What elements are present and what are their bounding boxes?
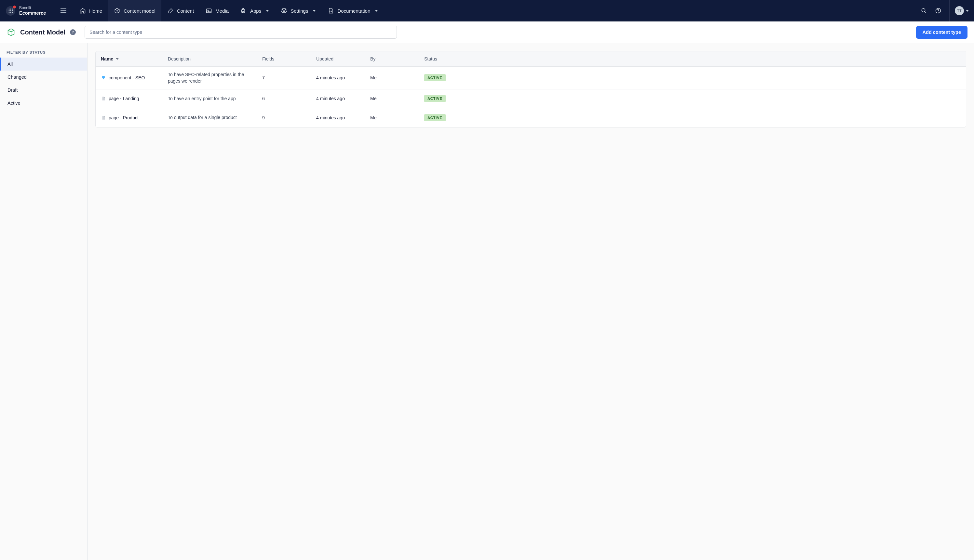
nav-content-model[interactable]: Content model (108, 0, 161, 22)
chevron-down-icon (313, 10, 316, 12)
column-label: Name (101, 56, 113, 62)
home-icon (79, 7, 86, 14)
cell-updated: 4 minutes ago (311, 70, 365, 85)
nav-settings[interactable]: Settings (275, 0, 322, 22)
status-badge: Active (424, 74, 446, 81)
cell-updated: 4 minutes ago (311, 110, 365, 125)
edit-icon (167, 7, 174, 14)
cell-updated: 4 minutes ago (311, 92, 365, 106)
app-launcher-button[interactable] (6, 6, 15, 16)
cell-by: Me (365, 70, 419, 85)
notification-dot (13, 5, 16, 8)
main: Filter by status All Changed Draft Activ… (0, 43, 974, 560)
help-icon (935, 8, 941, 14)
help-badge[interactable]: ? (70, 29, 76, 35)
cell-status: Active (419, 90, 467, 107)
column-status: Status (419, 56, 467, 62)
avatar-initials: TT (957, 9, 961, 13)
filter-draft[interactable]: Draft (0, 83, 87, 97)
svg-point-2 (12, 9, 13, 10)
hamburger-icon (60, 8, 67, 13)
cell-fields: 9 (257, 110, 311, 125)
nav-label: Content (177, 8, 194, 14)
chevron-down-icon (375, 10, 378, 12)
nav-documentation[interactable]: Documentation (322, 0, 384, 22)
cell-description: To have an entry point for the app (163, 91, 257, 106)
svg-line-16 (924, 12, 926, 13)
filter-all[interactable]: All (0, 58, 87, 70)
column-updated: Updated (311, 56, 365, 62)
page-icon (101, 96, 106, 101)
nav-media[interactable]: Media (200, 0, 235, 22)
sidebar-toggle-button[interactable] (58, 5, 69, 16)
svg-point-7 (10, 12, 11, 13)
nav-label: Media (215, 8, 229, 14)
code-file-icon (328, 7, 334, 14)
svg-point-0 (8, 9, 10, 10)
content-model-icon (7, 28, 16, 37)
nav-label: Documentation (337, 8, 370, 14)
svg-point-5 (12, 10, 13, 12)
table-row[interactable]: page - Product To output data for a sing… (96, 108, 966, 127)
filter-active[interactable]: Active (0, 97, 87, 110)
svg-point-8 (12, 12, 13, 13)
table-header: Name Description Fields Updated By Statu… (96, 52, 966, 67)
help-button[interactable] (935, 7, 941, 14)
content-area: Name Description Fields Updated By Statu… (87, 43, 974, 560)
svg-point-18 (938, 12, 938, 12)
svg-point-15 (922, 8, 925, 12)
sidebar-heading: Filter by status (0, 50, 87, 58)
column-description: Description (163, 56, 257, 62)
cell-description: To output data for a single product (163, 110, 257, 125)
user-menu[interactable]: TT (949, 0, 969, 22)
cell-description: To have SEO-related properties in the pa… (163, 67, 257, 89)
column-name[interactable]: Name (96, 56, 163, 62)
cell-name: page - Landing (96, 92, 163, 106)
topbar: Bonelli Ecommerce Home Content model Con… (0, 0, 974, 22)
add-content-type-button[interactable]: Add content type (916, 26, 967, 39)
search-icon (921, 8, 927, 14)
nav-label: Home (89, 8, 102, 14)
diamond-icon (101, 75, 106, 80)
svg-point-1 (10, 9, 11, 10)
table-row[interactable]: component - SEO To have SEO-related prop… (96, 67, 966, 90)
nav-label: Content model (123, 8, 155, 14)
cell-status: Active (419, 110, 467, 126)
cell-status: Active (419, 70, 467, 86)
topbar-right: TT (921, 0, 974, 22)
row-name: component - SEO (108, 75, 145, 80)
cell-by: Me (365, 110, 419, 125)
image-icon (205, 7, 212, 14)
nav-apps[interactable]: Apps (235, 0, 275, 22)
search-button[interactable] (921, 7, 927, 14)
nav-label: Apps (250, 8, 261, 14)
svg-point-3 (8, 10, 10, 12)
svg-point-6 (8, 12, 10, 13)
cell-name: page - Product (96, 110, 163, 125)
org-name: Bonelli (19, 5, 46, 10)
space-name: Ecommerce (19, 10, 46, 16)
nav-content[interactable]: Content (161, 0, 200, 22)
row-name: page - Landing (108, 96, 139, 101)
puzzle-icon (240, 7, 247, 14)
content-type-search-input[interactable] (85, 26, 397, 39)
box-icon (114, 7, 120, 14)
nav-label: Settings (290, 8, 308, 14)
space-switcher[interactable]: Bonelli Ecommerce (19, 5, 46, 16)
table-row[interactable]: page - Landing To have an entry point fo… (96, 90, 966, 108)
status-badge: Active (424, 114, 446, 121)
cell-name: component - SEO (96, 70, 163, 85)
svg-point-14 (284, 10, 285, 12)
sidebar: Filter by status All Changed Draft Activ… (0, 43, 87, 560)
page-icon (101, 115, 106, 120)
chevron-down-icon (266, 10, 269, 12)
filter-changed[interactable]: Changed (0, 70, 87, 83)
content-type-table: Name Description Fields Updated By Statu… (95, 51, 966, 127)
nav-home[interactable]: Home (73, 0, 108, 22)
status-badge: Active (424, 95, 446, 102)
topbar-left: Bonelli Ecommerce (0, 0, 73, 22)
gear-icon (281, 7, 287, 14)
chevron-down-icon (966, 10, 969, 12)
page-title: Content Model (20, 28, 65, 36)
row-name: page - Product (108, 115, 138, 120)
